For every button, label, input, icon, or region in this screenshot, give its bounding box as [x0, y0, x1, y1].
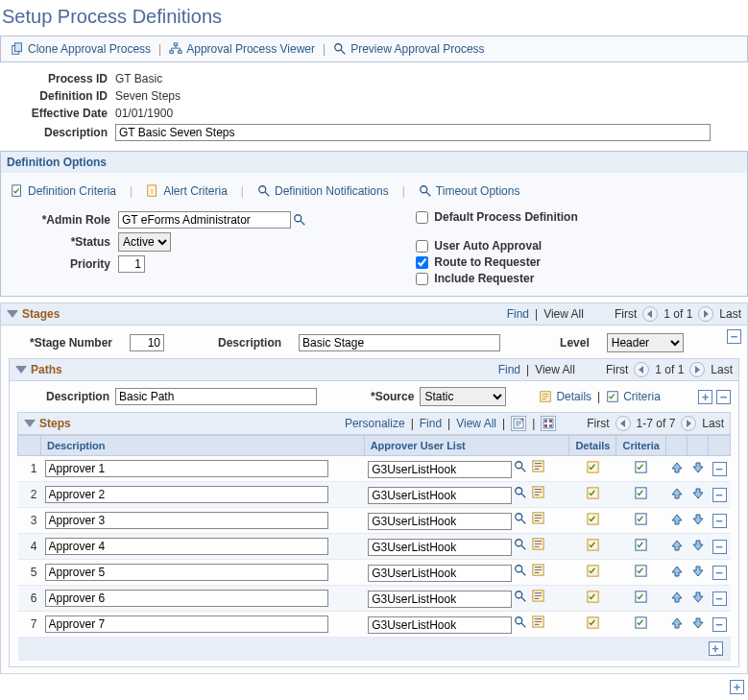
step-criteria-icon[interactable]: [634, 490, 648, 503]
steps-viewall-link[interactable]: View All: [456, 417, 496, 430]
collapse-icon[interactable]: [7, 310, 18, 318]
step-approver-lookup[interactable]: [514, 590, 527, 603]
step-move-down-button[interactable]: [691, 490, 705, 503]
step-approver-input[interactable]: [368, 616, 512, 634]
step-move-down-button[interactable]: [691, 593, 705, 607]
step-move-down-button[interactable]: [691, 567, 705, 581]
step-move-up-button[interactable]: [670, 464, 684, 477]
path-criteria-link[interactable]: Criteria: [606, 390, 661, 403]
stage-number-input[interactable]: [130, 334, 164, 351]
paths-prev-button[interactable]: [634, 362, 649, 377]
step-move-up-button[interactable]: [670, 619, 684, 633]
step-move-down-button[interactable]: [691, 464, 705, 477]
step-approver-input[interactable]: [368, 591, 512, 608]
step-move-up-button[interactable]: [670, 542, 684, 555]
collapse-icon[interactable]: [15, 366, 27, 374]
step-approver-lookup[interactable]: [514, 460, 527, 473]
path-delete-button[interactable]: −: [716, 390, 731, 404]
include-requester-checkbox[interactable]: [416, 273, 428, 285]
path-details-link[interactable]: Details: [539, 390, 591, 403]
timeout-options-link[interactable]: Timeout Options: [419, 184, 520, 198]
step-details-icon[interactable]: [586, 542, 600, 555]
step-approver-input[interactable]: [368, 461, 512, 478]
step-approver-lookup[interactable]: [514, 564, 527, 577]
step-details-icon[interactable]: [586, 567, 600, 581]
col-approver-user-list[interactable]: Approver User List: [364, 436, 569, 456]
stages-prev-button[interactable]: [642, 306, 658, 322]
definition-notifications-link[interactable]: Definition Notifications: [257, 184, 389, 198]
step-details-inline-icon[interactable]: [531, 463, 545, 476]
step-approver-lookup[interactable]: [514, 616, 527, 629]
step-details-inline-icon[interactable]: [531, 618, 545, 632]
step-move-down-button[interactable]: [691, 542, 705, 555]
steps-prev-button[interactable]: [615, 416, 631, 431]
default-process-checkbox[interactable]: [416, 211, 428, 224]
step-move-up-button[interactable]: [670, 593, 684, 607]
step-delete-button[interactable]: −: [712, 462, 727, 476]
step-details-inline-icon[interactable]: [531, 592, 545, 606]
step-move-up-button[interactable]: [670, 567, 684, 581]
step-move-up-button[interactable]: [670, 516, 684, 529]
step-details-icon[interactable]: [586, 464, 600, 477]
step-details-inline-icon[interactable]: [531, 489, 545, 502]
step-description-input[interactable]: [45, 590, 328, 607]
alert-criteria-link[interactable]: ! Alert Criteria: [146, 184, 228, 198]
col-criteria[interactable]: Criteria: [616, 436, 666, 456]
step-description-input[interactable]: [45, 512, 328, 529]
steps-add-row-button[interactable]: +…: [709, 641, 723, 656]
step-delete-button[interactable]: −: [712, 540, 727, 554]
step-criteria-icon[interactable]: [634, 516, 648, 529]
paths-find-link[interactable]: Find: [498, 363, 520, 376]
step-details-inline-icon[interactable]: [531, 541, 545, 554]
col-details[interactable]: Details: [569, 436, 616, 456]
stages-add-button[interactable]: +: [730, 680, 744, 694]
step-approver-input[interactable]: [368, 539, 512, 556]
step-move-down-button[interactable]: [691, 516, 705, 529]
step-delete-button[interactable]: −: [712, 591, 727, 606]
step-description-input[interactable]: [45, 616, 328, 633]
paths-next-button[interactable]: [689, 362, 705, 377]
process-viewer-link[interactable]: Approval Process Viewer: [169, 42, 315, 56]
step-move-down-button[interactable]: [691, 619, 705, 633]
step-criteria-icon[interactable]: [634, 464, 648, 477]
collapse-icon[interactable]: [24, 420, 36, 427]
step-details-icon[interactable]: [586, 593, 600, 607]
step-criteria-icon[interactable]: [634, 542, 648, 555]
description-input[interactable]: [115, 124, 711, 141]
step-details-inline-icon[interactable]: [531, 567, 545, 580]
route-requester-checkbox[interactable]: [416, 256, 428, 269]
admin-role-lookup[interactable]: [293, 213, 306, 227]
step-approver-lookup[interactable]: [514, 486, 527, 499]
step-criteria-icon[interactable]: [634, 593, 648, 607]
step-approver-lookup[interactable]: [514, 538, 527, 551]
status-select[interactable]: Active: [118, 232, 171, 252]
step-delete-button[interactable]: −: [712, 566, 727, 580]
step-approver-input[interactable]: [368, 487, 512, 504]
zoom-icon[interactable]: [511, 416, 526, 431]
stage-description-input[interactable]: [299, 334, 500, 351]
step-description-input[interactable]: [45, 460, 328, 477]
step-details-icon[interactable]: [586, 619, 600, 633]
stages-delete-button[interactable]: −: [727, 329, 741, 344]
path-description-input[interactable]: [115, 388, 317, 405]
download-icon[interactable]: [541, 416, 556, 431]
col-description[interactable]: Description: [41, 436, 365, 456]
step-description-input[interactable]: [45, 538, 328, 555]
step-move-up-button[interactable]: [670, 490, 684, 503]
step-approver-input[interactable]: [368, 513, 512, 530]
step-description-input[interactable]: [45, 486, 328, 503]
definition-criteria-link[interactable]: Definition Criteria: [11, 184, 116, 198]
step-criteria-icon[interactable]: [634, 567, 648, 581]
step-criteria-icon[interactable]: [634, 619, 648, 633]
user-auto-checkbox[interactable]: [416, 240, 428, 253]
step-details-inline-icon[interactable]: [531, 515, 545, 528]
step-delete-button[interactable]: −: [712, 617, 727, 632]
clone-approval-link[interactable]: Clone Approval Process: [11, 42, 151, 56]
step-description-input[interactable]: [45, 564, 328, 581]
stage-level-select[interactable]: Header: [607, 333, 684, 352]
steps-next-button[interactable]: [681, 416, 696, 431]
priority-input[interactable]: [118, 255, 145, 273]
step-details-icon[interactable]: [586, 490, 600, 503]
path-add-button[interactable]: +: [698, 390, 712, 404]
admin-role-input[interactable]: [118, 211, 291, 229]
